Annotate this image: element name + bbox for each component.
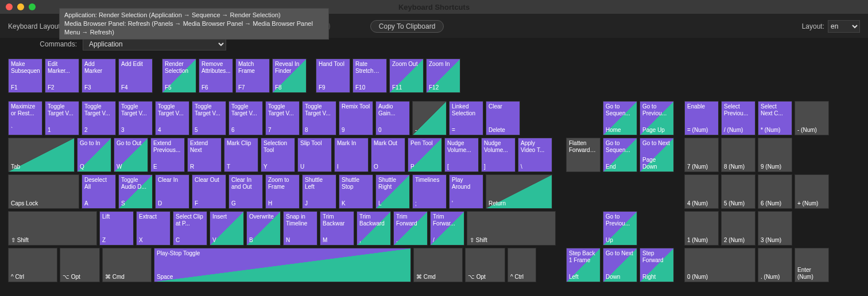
key--num-[interactable]: - (Num): [795, 101, 829, 135]
key-q[interactable]: Go to InQ: [77, 138, 111, 172]
key-f5[interactable]: Render SelectionF5: [162, 59, 196, 93]
key-f8[interactable]: Reveal In FinderF8: [272, 59, 307, 93]
key-f7[interactable]: Match FrameF7: [235, 59, 270, 93]
key-flatten-forward-delete[interactable]: Flatten Forward Delete: [566, 138, 600, 172]
key-space[interactable]: Play-Stop ToggleSpace: [154, 248, 411, 282]
key--[interactable]: Nudge Volume...]: [481, 138, 516, 172]
key-l[interactable]: Shuttle RightL: [375, 174, 410, 209]
key-o[interactable]: Mark OutO: [371, 138, 405, 172]
key-n[interactable]: Snap in TimelineN: [283, 211, 317, 246]
key-p[interactable]: Pen ToolP: [408, 138, 442, 172]
key-i[interactable]: Mark InI: [334, 138, 369, 172]
key-6[interactable]: Toggle Target V...6: [228, 101, 263, 135]
key--num-[interactable]: Enable= (Num): [684, 101, 719, 135]
key-down[interactable]: Go to NextDown: [603, 248, 637, 282]
key-c[interactable]: Select Clip at P...C: [173, 211, 207, 246]
key--num-[interactable]: Select Next C...* (Num): [758, 101, 792, 135]
key--[interactable]: Trim Backward,: [356, 211, 391, 246]
key--opt[interactable]: ⌥ Opt: [465, 248, 505, 282]
key-0[interactable]: Audio Gain...0: [375, 101, 410, 135]
key-f2[interactable]: Edit Marker...F2: [45, 59, 79, 93]
key--[interactable]: Play Around': [449, 174, 483, 209]
key-r[interactable]: Extend NextR: [187, 138, 222, 172]
key--cmd[interactable]: ⌘ Cmd: [102, 248, 152, 282]
key-caps-lock[interactable]: Caps Lock: [8, 174, 79, 209]
key-1[interactable]: Toggle Target V...1: [45, 101, 79, 135]
key--[interactable]: Trim Forwar.../: [430, 211, 464, 246]
key-s[interactable]: Toggle Audio D...S: [118, 174, 153, 209]
key-page-up[interactable]: Go to Previou...Page Up: [640, 101, 674, 135]
key-3[interactable]: Toggle Target V...3: [118, 101, 153, 135]
key-u[interactable]: Slip ToolU: [297, 138, 332, 172]
key-page-down[interactable]: Go to NextPage Down: [640, 138, 674, 172]
key--[interactable]: -: [412, 101, 447, 135]
key-x[interactable]: ExtractX: [136, 211, 170, 246]
key-9-num-[interactable]: 9 (Num): [758, 138, 792, 172]
key-a[interactable]: Deselect AllA: [82, 174, 116, 209]
key-7[interactable]: Toggle Target V...7: [265, 101, 300, 135]
key--ctrl[interactable]: ^ Ctrl: [507, 248, 536, 282]
key-f10[interactable]: Rate Stretch ToolF10: [352, 59, 387, 93]
key--num-[interactable]: . (Num): [758, 248, 792, 282]
key-end[interactable]: Go to Sequen...End: [603, 138, 637, 172]
key-g[interactable]: Clear In and OutG: [228, 174, 263, 209]
key-y[interactable]: Selection ToolY: [261, 138, 295, 172]
key-left[interactable]: Step Back 1 FrameLeft: [566, 248, 600, 282]
key-1-num-[interactable]: 1 (Num): [684, 211, 719, 246]
key-6-num-[interactable]: 6 (Num): [758, 174, 792, 209]
key--opt[interactable]: ⌥ Opt: [60, 248, 100, 282]
key-z[interactable]: LiftZ: [99, 211, 134, 246]
key-f[interactable]: Clear OutF: [192, 174, 226, 209]
commands-select[interactable]: Application: [83, 38, 226, 50]
key--num-[interactable]: Select Previou.../ (Num): [721, 101, 755, 135]
key-8-num-[interactable]: 8 (Num): [721, 138, 755, 172]
layout-select[interactable]: en: [828, 20, 860, 33]
key--shift[interactable]: ⇧ Shift: [467, 211, 556, 246]
copy-clipboard-button[interactable]: Copy To Clipboard: [370, 20, 444, 33]
key--[interactable]: Apply Video T...\: [518, 138, 552, 172]
key-f11[interactable]: Zoom OutF11: [389, 59, 424, 93]
key-2[interactable]: Toggle Target V...2: [82, 101, 116, 135]
key-3-num-[interactable]: 3 (Num): [758, 211, 792, 246]
key-m[interactable]: Trim BackwarM: [320, 211, 354, 246]
key-tab[interactable]: Tab: [8, 138, 75, 172]
key-t[interactable]: Mark ClipT: [224, 138, 258, 172]
key-j[interactable]: Shuttle LeftJ: [302, 174, 336, 209]
key-b[interactable]: OverwriteB: [246, 211, 281, 246]
key-up[interactable]: Go to Previou...Up: [603, 211, 637, 246]
key--[interactable]: Linked Selection=: [449, 101, 483, 135]
key-enter-num-[interactable]: Enter (Num): [795, 248, 829, 282]
key--[interactable]: Timelines;: [412, 174, 447, 209]
key--[interactable]: Nudge Volume...[: [444, 138, 479, 172]
key-2-num-[interactable]: 2 (Num): [721, 211, 755, 246]
key-0-num-[interactable]: 0 (Num): [684, 248, 755, 282]
key-f4[interactable]: Add EditF4: [118, 59, 153, 93]
key-v[interactable]: InsertV: [210, 211, 244, 246]
key-f3[interactable]: Add MarkerF3: [82, 59, 116, 93]
key-4-num-[interactable]: 4 (Num): [684, 174, 719, 209]
key--cmd[interactable]: ⌘ Cmd: [413, 248, 463, 282]
key-f6[interactable]: Remove Attributes...F6: [199, 59, 233, 93]
key-d[interactable]: Clear InD: [155, 174, 189, 209]
key--num-[interactable]: + (Num): [795, 174, 829, 209]
key-f9[interactable]: Hand ToolF9: [316, 59, 350, 93]
key-e[interactable]: Extend Previous...E: [150, 138, 185, 172]
key-k[interactable]: Shuttle StopK: [339, 174, 373, 209]
key-f12[interactable]: Zoom InF12: [426, 59, 460, 93]
key-w[interactable]: Go to OutW: [114, 138, 148, 172]
key-right[interactable]: Step ForwardRight: [640, 248, 674, 282]
key-4[interactable]: Toggle Target V...4: [155, 101, 189, 135]
key-h[interactable]: Zoom to FrameH: [265, 174, 300, 209]
key-7-num-[interactable]: 7 (Num): [684, 138, 719, 172]
key-f1[interactable]: Make SubsequenceF1: [8, 59, 42, 93]
key-5-num-[interactable]: 5 (Num): [721, 174, 755, 209]
key--shift[interactable]: ⇧ Shift: [8, 211, 97, 246]
key-8[interactable]: Toggle Target V...8: [302, 101, 336, 135]
key--[interactable]: Maximize or Rest...`: [8, 101, 42, 135]
key--ctrl[interactable]: ^ Ctrl: [8, 248, 57, 282]
key-9[interactable]: Remix Tool9: [339, 101, 373, 135]
key-5[interactable]: Toggle Target V...5: [192, 101, 226, 135]
key-home[interactable]: Go to Sequen...Home: [603, 101, 637, 135]
key-delete[interactable]: ClearDelete: [486, 101, 520, 135]
key-return[interactable]: Return: [486, 174, 552, 209]
